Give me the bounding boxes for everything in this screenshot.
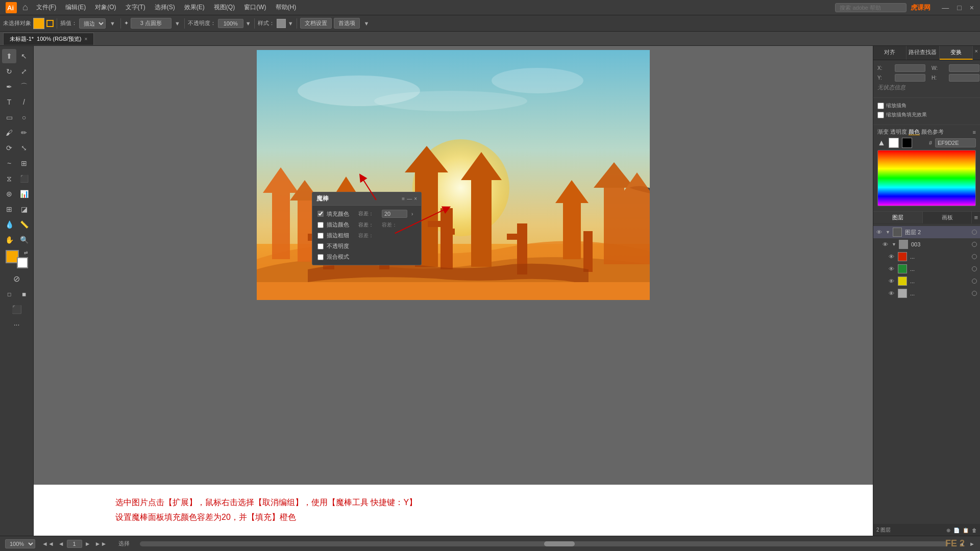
color-spectrum[interactable]	[877, 150, 976, 206]
prev-page-btn[interactable]: ◄	[57, 540, 66, 547]
panel-close-icon[interactable]: ×	[414, 196, 417, 202]
green-layer-lock[interactable]	[972, 266, 977, 271]
preferences-button[interactable]: 首选项	[334, 18, 360, 29]
more-tools[interactable]: ···	[10, 317, 24, 332]
fill-color-checkbox[interactable]	[317, 211, 324, 217]
new-layer-icon[interactable]: 📋	[963, 528, 969, 533]
stroke-color-indicator[interactable]	[46, 20, 54, 27]
swap-colors-icon[interactable]: ⇄	[24, 250, 28, 255]
stroke-color-checkbox[interactable]	[317, 222, 324, 228]
horizontal-scrollbar[interactable]	[140, 541, 948, 546]
menu-select[interactable]: 选择(S)	[151, 1, 179, 14]
hand-tool[interactable]: ✋	[2, 233, 16, 247]
opacity-value[interactable]: 100%	[218, 19, 243, 28]
yellow-layer-eye[interactable]: 👁	[889, 278, 896, 284]
home-icon[interactable]: ⌂	[19, 2, 31, 13]
menu-edit[interactable]: 编辑(E)	[61, 1, 90, 14]
panel-options-icon[interactable]: ≡	[402, 196, 405, 202]
prefs-expand-icon[interactable]: ▼	[362, 20, 372, 27]
color-panel-options-icon[interactable]: ≡	[973, 129, 976, 135]
direct-selection-tool[interactable]: ↖	[17, 49, 31, 63]
align-pixel-checkbox[interactable]	[877, 112, 884, 118]
tolerance-value-input[interactable]	[382, 210, 407, 218]
pen-tool[interactable]: ✒	[2, 80, 16, 94]
menu-help[interactable]: 帮助(H)	[272, 1, 301, 14]
hex-color-input[interactable]	[935, 138, 976, 147]
make-clip-mask-icon[interactable]: ⊕	[946, 528, 950, 533]
red-layer-eye[interactable]: 👁	[889, 254, 896, 260]
blend-mode-checkbox[interactable]	[317, 254, 324, 260]
menu-file[interactable]: 文件(F)	[32, 1, 60, 14]
height-input[interactable]	[949, 74, 979, 82]
gradient-tool[interactable]: ◪	[17, 202, 31, 216]
selection-tool[interactable]: ⬆	[2, 49, 16, 63]
rotate-tool[interactable]: ↻	[2, 64, 16, 79]
align-tab[interactable]: 对齐	[873, 46, 906, 60]
measure-tool[interactable]: 📏	[17, 217, 31, 232]
document-tab[interactable]: 未标题-1* 100% (RGB/预览) ×	[3, 33, 94, 45]
restore-button[interactable]: □	[955, 4, 963, 12]
stroke-width-checkbox[interactable]	[317, 233, 324, 239]
layer2-lock-icon[interactable]	[972, 230, 977, 235]
white-swatch[interactable]	[889, 138, 899, 148]
tolerance-expand-icon[interactable]: ›	[410, 211, 414, 217]
panel-close-tab-icon[interactable]: ×	[973, 46, 980, 60]
red-layer-lock[interactable]	[972, 254, 977, 259]
menu-text[interactable]: 文字(T)	[121, 1, 150, 14]
gray-layer-eye[interactable]: 👁	[889, 290, 896, 296]
doc-settings-button[interactable]: 文档设置	[300, 18, 332, 29]
eyedropper-tool[interactable]: 💧	[2, 217, 16, 232]
menu-object[interactable]: 对象(O)	[91, 1, 120, 14]
next-page-btn[interactable]: ►	[83, 540, 92, 547]
ellipse-tool[interactable]: ○	[17, 110, 31, 124]
curvature-tool[interactable]: ⌒	[17, 80, 31, 94]
type-tool[interactable]: T	[2, 95, 16, 109]
style-expand[interactable]: ▼	[288, 20, 293, 27]
yellow-layer-lock[interactable]	[972, 279, 977, 284]
opacity-expand[interactable]: ▼	[246, 20, 251, 27]
mesh-tool[interactable]: ⊞	[2, 202, 16, 216]
drawing-mode[interactable]: ◼	[17, 287, 31, 301]
y-position-input[interactable]	[895, 74, 925, 82]
opacity-checkbox[interactable]	[317, 243, 324, 249]
menu-window[interactable]: 窗口(W)	[240, 1, 270, 14]
x-position-input[interactable]	[895, 64, 925, 72]
warp-tool[interactable]: ~	[2, 156, 16, 170]
width-input[interactable]	[949, 64, 979, 72]
003-lock-icon[interactable]	[972, 242, 977, 247]
background-color[interactable]	[17, 257, 28, 268]
search-input[interactable]	[835, 3, 906, 12]
layer2-visibility-icon[interactable]: 👁	[876, 229, 884, 235]
scale-strokes-checkbox[interactable]	[877, 103, 884, 109]
normal-mode[interactable]: ◻	[2, 287, 16, 301]
scroll-left-btn[interactable]: ◄	[959, 541, 964, 547]
none-color[interactable]: ⊘	[10, 271, 24, 286]
layer-row-green[interactable]: 👁 ...	[873, 263, 980, 275]
symbol-sprayer[interactable]: ⊛	[2, 187, 16, 201]
first-page-btn[interactable]: ◄◄	[40, 540, 56, 547]
brush-type-expand[interactable]: ▼	[174, 20, 181, 27]
layers-tab[interactable]: 图层	[873, 212, 923, 223]
shape-builder-tool[interactable]: ⧖	[2, 171, 16, 186]
layer2-expand-icon[interactable]: ▼	[886, 230, 891, 235]
pencil-tool[interactable]: ✏	[17, 126, 31, 140]
fill-color-swatch[interactable]	[33, 18, 44, 29]
menu-effect[interactable]: 效果(E)	[180, 1, 209, 14]
black-swatch[interactable]	[902, 138, 912, 148]
reflect-tool[interactable]: ⤢	[17, 64, 31, 79]
brush-size-value[interactable]: 3 点圆形	[131, 18, 172, 29]
003-expand-icon[interactable]: ▼	[892, 242, 897, 247]
rotate-tool2[interactable]: ⟳	[2, 141, 16, 155]
paintbrush-tool[interactable]: 🖌	[2, 126, 16, 140]
create-sublayer-icon[interactable]: 📄	[953, 528, 960, 533]
style-swatch[interactable]	[277, 19, 286, 28]
scale-tool[interactable]: ⤡	[17, 141, 31, 155]
zoom-tool[interactable]: 🔍	[17, 233, 31, 247]
layer-row-003[interactable]: 👁 ▼ 003	[873, 238, 980, 251]
last-page-btn[interactable]: ►►	[93, 540, 109, 547]
graph-tool[interactable]: 📊	[17, 187, 31, 201]
delete-layer-icon[interactable]: 🗑	[972, 528, 977, 533]
minimize-button[interactable]: —	[940, 4, 951, 12]
pathfinder-tab[interactable]: 路径查找器	[906, 46, 940, 60]
panel-minimize-icon[interactable]: —	[407, 196, 412, 202]
